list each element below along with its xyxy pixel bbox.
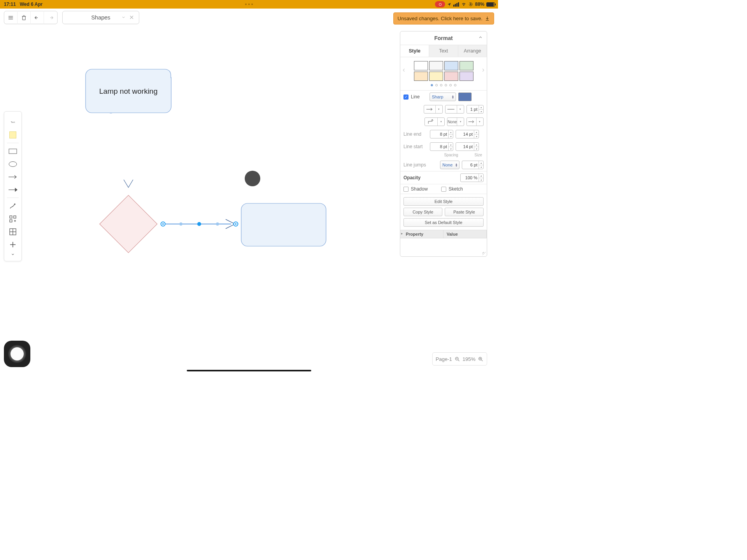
home-indicator[interactable]	[187, 370, 311, 371]
sketch-checkbox[interactable]	[441, 187, 446, 192]
zoom-out-icon[interactable]	[454, 356, 460, 362]
unsaved-changes-label: Unsaved changes. Click here to save.	[398, 16, 482, 21]
touch-cursor	[245, 171, 260, 186]
line-start-size[interactable]: 14 pt▴▾	[456, 142, 479, 151]
format-panel: Format Style Text Arrange ‹ › Line Sharp…	[400, 31, 487, 257]
screen-record-indicator[interactable]	[435, 1, 445, 7]
style-swatch-6[interactable]	[444, 72, 458, 81]
properties-grid: Property Value	[400, 230, 487, 238]
delete-button[interactable]	[18, 11, 31, 24]
style-swatch-1[interactable]	[429, 61, 443, 70]
properties-header-property[interactable]: Property	[400, 230, 444, 238]
style-swatch-2[interactable]	[444, 61, 458, 70]
trash-icon	[21, 14, 27, 21]
style-swatch-5[interactable]	[429, 72, 443, 81]
shapes-dropdown-label: Shapes	[91, 14, 110, 21]
line-jumps-label: Line jumps	[403, 162, 428, 168]
node-decision-diamond[interactable]	[100, 195, 157, 253]
format-tabs: Style Text Arrange	[400, 45, 487, 57]
edit-style-button[interactable]: Edit Style	[403, 197, 484, 206]
tab-text[interactable]: Text	[429, 45, 458, 57]
svg-point-0	[463, 5, 464, 5]
multitask-dots	[245, 4, 253, 5]
swatches-pager	[400, 82, 487, 90]
redo-icon	[47, 14, 54, 21]
style-swatch-7[interactable]	[459, 72, 473, 81]
menu-button[interactable]	[4, 11, 18, 24]
main-toolbar-group	[4, 11, 58, 24]
node-lamp-not-working[interactable]: Lamp not working	[86, 69, 171, 113]
shadow-label: Shadow	[411, 186, 439, 192]
line-color-swatch[interactable]	[458, 93, 472, 101]
svg-line-40	[458, 360, 459, 361]
arrow-end-select[interactable]: ▾	[466, 117, 484, 126]
tab-arrange[interactable]: Arrange	[458, 45, 487, 57]
style-swatch-0[interactable]	[414, 61, 428, 70]
wifi-icon	[461, 2, 466, 7]
zoom-level[interactable]: 195%	[463, 356, 475, 362]
svg-point-34	[216, 222, 219, 226]
battery-icon	[486, 2, 495, 7]
connector-type-select[interactable]: ▾	[424, 117, 445, 126]
ios-statusbar: 17:11 Wed 6 Apr 88%	[0, 0, 498, 9]
node-empty-rect[interactable]	[241, 203, 326, 246]
waypoints-select[interactable]: None ▾	[447, 117, 464, 126]
svg-rect-1	[470, 4, 471, 5]
line-end-size[interactable]: 14 pt▴▾	[456, 130, 479, 138]
node-lamp-label: Lamp not working	[99, 87, 158, 95]
sketch-label: Sketch	[449, 186, 463, 192]
line-jumps-select[interactable]: None▴▾	[440, 161, 459, 169]
properties-header-value[interactable]: Value	[444, 230, 487, 238]
undo-icon	[34, 14, 40, 21]
chevron-down-icon	[121, 14, 126, 21]
menu-icon	[7, 14, 14, 21]
svg-point-33	[179, 222, 182, 226]
swatches-prev[interactable]: ‹	[403, 65, 405, 74]
edge-diamond-to-rect-selected[interactable]	[161, 219, 238, 229]
line-jumps-size[interactable]: 6 pt▴▾	[462, 161, 484, 169]
shapes-dropdown[interactable]: Shapes ✕	[62, 11, 139, 24]
edge-lamp-to-diamond[interactable]	[124, 114, 133, 187]
properties-body[interactable]	[400, 238, 487, 256]
copy-style-button[interactable]: Copy Style	[403, 208, 442, 216]
style-swatch-3[interactable]	[459, 61, 473, 70]
line-width-input[interactable]: 1 pt ▴▾	[466, 105, 484, 114]
undo-button[interactable]	[31, 11, 44, 24]
line-end-spacing[interactable]: 8 pt▴▾	[430, 130, 453, 138]
line-checkbox[interactable]	[403, 94, 409, 100]
opacity-input[interactable]: 100 %▴▾	[460, 173, 484, 182]
svg-line-43	[481, 360, 482, 361]
paste-style-button[interactable]: Paste Style	[445, 208, 484, 216]
svg-marker-26	[100, 195, 157, 253]
redo-button[interactable]	[44, 11, 57, 24]
unsaved-changes-banner[interactable]: Unsaved changes. Click here to save.	[393, 12, 494, 24]
line-label: Line	[411, 94, 427, 100]
format-header[interactable]: Format	[400, 32, 487, 45]
tab-style[interactable]: Style	[400, 45, 429, 57]
svg-rect-35	[241, 203, 326, 246]
collapse-icon[interactable]	[478, 35, 483, 41]
assistive-touch[interactable]	[4, 341, 30, 367]
arrow-start-select[interactable]: ▾	[424, 105, 443, 114]
status-date: Wed 6 Apr	[20, 2, 43, 7]
line-pattern-select[interactable]: ▾	[445, 105, 464, 114]
signal-icon	[453, 2, 459, 7]
swatches-next[interactable]: ›	[482, 65, 484, 74]
svg-rect-5	[23, 16, 25, 19]
line-start-spacing[interactable]: 8 pt▴▾	[430, 142, 453, 151]
battery-pct: 88%	[475, 2, 484, 7]
page-zoom-bar: Page-1 195%	[432, 352, 487, 366]
set-default-style-button[interactable]: Set as Default Style	[403, 218, 484, 227]
assistive-touch-icon	[11, 347, 24, 360]
shadow-checkbox[interactable]	[403, 187, 409, 192]
close-icon[interactable]: ✕	[129, 14, 134, 21]
svg-point-29	[162, 223, 164, 225]
line-style-select[interactable]: Sharp ▴▾	[430, 93, 456, 101]
svg-point-31	[235, 223, 237, 225]
style-swatch-4[interactable]	[414, 72, 428, 81]
zoom-in-icon[interactable]	[478, 356, 484, 362]
page-name[interactable]: Page-1	[436, 356, 452, 362]
svg-point-32	[197, 222, 201, 226]
style-swatches: ‹ ›	[400, 57, 487, 82]
status-time: 17:11	[4, 2, 16, 7]
